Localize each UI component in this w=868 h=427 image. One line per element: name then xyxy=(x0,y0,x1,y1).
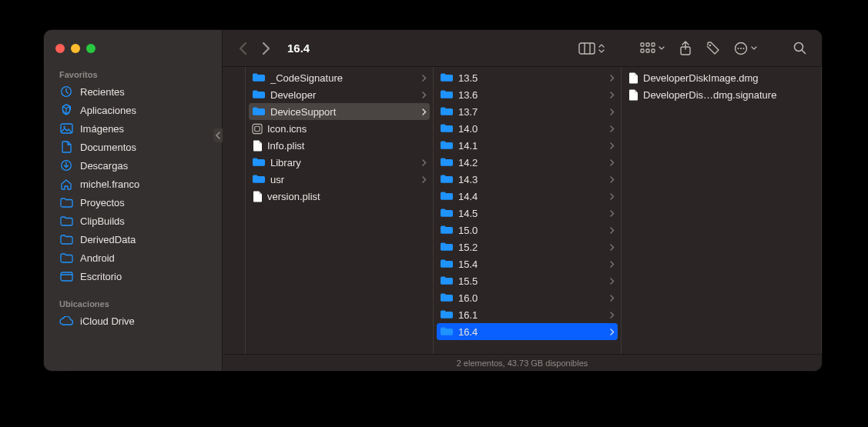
col2-item[interactable]: 14.4 xyxy=(434,188,621,205)
folder-icon xyxy=(252,106,266,117)
folder-icon xyxy=(440,174,454,185)
desktop-icon xyxy=(59,270,73,282)
item-label: 15.4 xyxy=(458,259,605,270)
col2-item[interactable]: 16.4 xyxy=(437,323,618,340)
col3-item[interactable]: DeveloperDis…dmg.signature xyxy=(622,86,821,103)
sidebar-item-michel-franco[interactable]: michel.franco xyxy=(44,175,222,193)
sidebar-item-android[interactable]: Android xyxy=(44,249,222,267)
col2-item[interactable]: 14.0 xyxy=(434,120,621,137)
section-ubicaciones-label: Ubicaciones xyxy=(44,296,222,312)
sidebar-collapse-tab[interactable] xyxy=(213,128,223,142)
share-button[interactable] xyxy=(674,38,697,58)
file-icon xyxy=(628,88,638,101)
chevron-right-icon xyxy=(610,75,615,82)
sidebar-item-deriveddata[interactable]: DerivedData xyxy=(44,230,222,249)
col1-item[interactable]: DeviceSupport xyxy=(249,103,430,120)
col2-item[interactable]: 14.3 xyxy=(434,171,621,188)
sidebar-item-documentos[interactable]: Documentos xyxy=(44,138,222,156)
sidebar-item-label: michel.franco xyxy=(80,178,139,190)
column-2[interactable]: 13.513.613.714.014.114.214.314.414.515.0… xyxy=(434,67,622,354)
chevron-right-icon xyxy=(610,125,615,132)
col1-item[interactable]: version.plist xyxy=(246,188,433,205)
chevron-right-icon xyxy=(422,159,427,166)
col2-item[interactable]: 13.7 xyxy=(434,103,621,120)
sidebar-item-icloud-drive[interactable]: iCloud Drive xyxy=(44,312,222,330)
sidebar-item-descargas[interactable]: Descargas xyxy=(44,156,222,175)
home-icon xyxy=(59,178,73,190)
col2-item[interactable]: 14.1 xyxy=(434,137,621,154)
folder-icon xyxy=(440,259,454,269)
svg-rect-4 xyxy=(61,272,72,281)
svg-point-19 xyxy=(740,48,742,49)
sidebar-item-label: iCloud Drive xyxy=(80,315,135,327)
sidebar-item-label: Documentos xyxy=(80,142,136,153)
sidebar-item-recientes[interactable]: Recientes xyxy=(44,82,222,101)
sidebar-item-label: ClipBuilds xyxy=(80,215,125,227)
col1-item[interactable]: Icon.icns xyxy=(246,120,433,137)
fullscreen-button[interactable] xyxy=(86,44,96,53)
section-favoritos-label: Favoritos xyxy=(44,67,222,82)
cloud-icon xyxy=(59,315,73,327)
svg-rect-6 xyxy=(579,43,595,54)
search-button[interactable] xyxy=(788,38,811,58)
col1-item[interactable]: _CodeSignature xyxy=(246,69,433,86)
status-bar: 2 elementos, 43.73 GB disponibles xyxy=(223,354,822,371)
column-1[interactable]: _CodeSignatureDeveloperDeviceSupportIcon… xyxy=(246,67,434,354)
column-0[interactable] xyxy=(223,67,246,354)
nav-forward-button[interactable] xyxy=(256,39,275,58)
sidebar-item-clipbuilds[interactable]: ClipBuilds xyxy=(44,212,222,230)
folder-icon xyxy=(440,72,454,83)
action-button[interactable] xyxy=(729,38,762,58)
chevron-right-icon xyxy=(610,176,615,183)
folder-icon xyxy=(440,106,454,117)
svg-rect-11 xyxy=(652,43,655,46)
col2-item[interactable]: 16.1 xyxy=(434,306,621,323)
item-label: 14.5 xyxy=(458,208,605,219)
col2-item[interactable]: 15.2 xyxy=(434,239,621,255)
col1-item[interactable]: Developer xyxy=(246,86,433,103)
item-label: Developer xyxy=(270,89,417,101)
folder-icon xyxy=(440,140,454,151)
item-label: 16.4 xyxy=(458,326,605,338)
item-label: 14.1 xyxy=(458,140,605,152)
sidebar-item-escritorio[interactable]: Escritorio xyxy=(44,267,222,285)
status-text: 2 elementos, 43.73 GB disponibles xyxy=(457,359,588,368)
svg-point-18 xyxy=(738,48,739,49)
sidebar-item-aplicaciones[interactable]: Aplicaciones xyxy=(44,101,222,119)
col2-item[interactable]: 14.2 xyxy=(434,154,621,171)
minimize-button[interactable] xyxy=(71,44,80,53)
col1-item[interactable]: usr xyxy=(246,171,433,188)
sidebar-item-im-genes[interactable]: Imágenes xyxy=(44,119,222,138)
col2-item[interactable]: 13.5 xyxy=(434,69,621,86)
tags-button[interactable] xyxy=(702,38,725,58)
col3-item[interactable]: DeveloperDiskImage.dmg xyxy=(622,69,821,86)
close-button[interactable] xyxy=(55,44,65,53)
col2-item[interactable]: 16.0 xyxy=(434,289,621,306)
nav-back-button[interactable] xyxy=(233,39,252,58)
finder-window: Favoritos RecientesAplicacionesImágenesD… xyxy=(44,30,822,371)
col1-item[interactable]: Library xyxy=(246,154,433,171)
group-by-button[interactable] xyxy=(635,38,669,58)
folder-icon xyxy=(440,225,454,235)
col2-item[interactable]: 15.4 xyxy=(434,255,621,272)
col2-item[interactable]: 13.6 xyxy=(434,86,621,103)
item-label: usr xyxy=(270,174,417,185)
sidebar-item-proyectos[interactable]: Proyectos xyxy=(44,193,222,212)
column-3[interactable]: DeveloperDiskImage.dmgDeveloperDis…dmg.s… xyxy=(622,67,822,354)
documents-icon xyxy=(59,141,73,153)
chevron-right-icon xyxy=(422,92,427,98)
col2-item[interactable]: 15.0 xyxy=(434,222,621,239)
col2-item[interactable]: 15.5 xyxy=(434,272,621,289)
item-label: DeveloperDiskImage.dmg xyxy=(643,72,815,84)
col2-item[interactable]: 14.5 xyxy=(434,205,621,222)
item-label: 13.7 xyxy=(458,106,605,118)
view-mode-button[interactable] xyxy=(574,38,609,58)
item-label: 15.2 xyxy=(458,242,605,253)
folder-icon xyxy=(440,326,454,337)
col1-item[interactable]: Info.plist xyxy=(246,137,433,154)
chevron-right-icon xyxy=(610,227,615,234)
svg-point-2 xyxy=(63,126,65,128)
toolbar: 16.4 xyxy=(223,30,822,67)
item-label: DeveloperDis…dmg.signature xyxy=(643,89,815,101)
folder-icon xyxy=(59,252,73,264)
